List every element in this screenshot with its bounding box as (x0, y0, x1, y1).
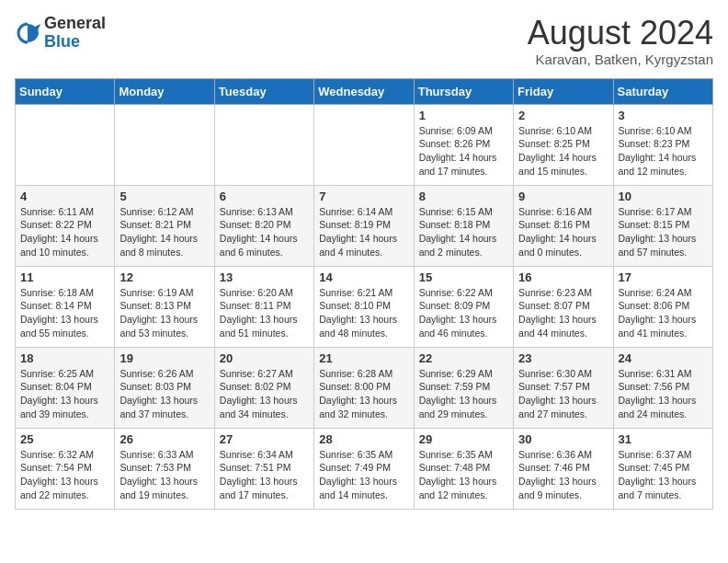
day-info: Sunrise: 6:25 AMSunset: 8:04 PMDaylight:… (20, 368, 98, 419)
day-info: Sunrise: 6:13 AMSunset: 8:20 PMDaylight:… (220, 206, 298, 258)
day-number: 19 (119, 351, 209, 365)
day-info: Sunrise: 6:27 AMSunset: 8:02 PMDaylight:… (220, 368, 298, 419)
day-info: Sunrise: 6:26 AMSunset: 8:03 PMDaylight:… (119, 368, 198, 419)
day-info: Sunrise: 6:34 AMSunset: 7:51 PMDaylight:… (220, 449, 298, 500)
calendar-header-day: Sunday (16, 78, 115, 104)
day-number: 1 (419, 109, 508, 122)
calendar-header-row: SundayMondayTuesdayWednesdayThursdayFrid… (16, 78, 713, 104)
day-info: Sunrise: 6:12 AMSunset: 8:21 PMDaylight:… (119, 206, 198, 258)
day-number: 31 (619, 432, 708, 446)
day-number: 2 (518, 109, 608, 122)
day-number: 13 (220, 270, 309, 284)
calendar-cell: 21 Sunrise: 6:28 AMSunset: 8:00 PMDaylig… (314, 347, 414, 428)
calendar-header-day: Wednesday (314, 78, 414, 104)
calendar-cell: 10 Sunrise: 6:17 AMSunset: 8:15 PMDaylig… (613, 185, 712, 266)
day-number: 11 (20, 270, 109, 284)
day-info: Sunrise: 6:18 AMSunset: 8:14 PMDaylight:… (20, 287, 98, 339)
calendar-cell: 17 Sunrise: 6:24 AMSunset: 8:06 PMDaylig… (613, 266, 712, 347)
day-info: Sunrise: 6:22 AMSunset: 8:09 PMDaylight:… (419, 287, 497, 339)
calendar-cell: 30 Sunrise: 6:36 AMSunset: 7:46 PMDaylig… (514, 428, 613, 509)
page-header: General Blue August 2024 Karavan, Batken… (15, 15, 713, 67)
day-number: 23 (518, 351, 608, 365)
title-section: August 2024 Karavan, Batken, Kyrgyzstan (528, 15, 713, 67)
day-info: Sunrise: 6:10 AMSunset: 8:25 PMDaylight:… (518, 125, 597, 177)
calendar-cell: 5 Sunrise: 6:12 AMSunset: 8:21 PMDayligh… (115, 185, 214, 266)
calendar-cell: 7 Sunrise: 6:14 AMSunset: 8:19 PMDayligh… (314, 185, 414, 266)
calendar-cell: 6 Sunrise: 6:13 AMSunset: 8:20 PMDayligh… (214, 185, 313, 266)
day-info: Sunrise: 6:15 AMSunset: 8:18 PMDaylight:… (419, 206, 497, 258)
calendar-cell: 4 Sunrise: 6:11 AMSunset: 8:22 PMDayligh… (16, 185, 115, 266)
day-number: 26 (119, 432, 209, 446)
day-info: Sunrise: 6:24 AMSunset: 8:06 PMDaylight:… (619, 287, 697, 339)
calendar-week-row: 4 Sunrise: 6:11 AMSunset: 8:22 PMDayligh… (16, 185, 713, 266)
day-info: Sunrise: 6:10 AMSunset: 8:23 PMDaylight:… (619, 125, 697, 177)
day-info: Sunrise: 6:36 AMSunset: 7:46 PMDaylight:… (518, 449, 597, 500)
calendar-cell: 14 Sunrise: 6:21 AMSunset: 8:10 PMDaylig… (314, 266, 414, 347)
location: Karavan, Batken, Kyrgyzstan (528, 52, 713, 67)
calendar-cell: 3 Sunrise: 6:10 AMSunset: 8:23 PMDayligh… (613, 104, 712, 185)
calendar-cell (314, 104, 414, 185)
calendar-cell: 12 Sunrise: 6:19 AMSunset: 8:13 PMDaylig… (115, 266, 214, 347)
day-number: 20 (220, 351, 309, 365)
day-number: 6 (220, 190, 309, 203)
day-info: Sunrise: 6:17 AMSunset: 8:15 PMDaylight:… (619, 206, 697, 258)
day-number: 29 (419, 432, 508, 446)
calendar-cell (214, 104, 313, 185)
calendar-table: SundayMondayTuesdayWednesdayThursdayFrid… (15, 78, 713, 510)
day-number: 9 (518, 190, 608, 203)
logo-blue: Blue (44, 33, 106, 52)
logo-general: General (44, 15, 106, 33)
calendar-cell: 18 Sunrise: 6:25 AMSunset: 8:04 PMDaylig… (16, 347, 115, 428)
day-info: Sunrise: 6:09 AMSunset: 8:26 PMDaylight:… (419, 125, 497, 177)
day-info: Sunrise: 6:16 AMSunset: 8:16 PMDaylight:… (518, 206, 597, 258)
day-number: 16 (518, 270, 608, 284)
day-info: Sunrise: 6:14 AMSunset: 8:19 PMDaylight:… (319, 206, 397, 258)
day-info: Sunrise: 6:11 AMSunset: 8:22 PMDaylight:… (20, 206, 98, 258)
calendar-cell: 19 Sunrise: 6:26 AMSunset: 8:03 PMDaylig… (115, 347, 214, 428)
day-number: 4 (20, 190, 109, 203)
day-number: 17 (619, 270, 708, 284)
calendar-cell: 8 Sunrise: 6:15 AMSunset: 8:18 PMDayligh… (414, 185, 513, 266)
day-info: Sunrise: 6:31 AMSunset: 7:56 PMDaylight:… (619, 368, 697, 419)
logo-text: General Blue (44, 15, 106, 52)
day-info: Sunrise: 6:35 AMSunset: 7:48 PMDaylight:… (419, 449, 497, 500)
logo-icon (15, 20, 40, 46)
calendar-cell: 23 Sunrise: 6:30 AMSunset: 7:57 PMDaylig… (514, 347, 613, 428)
calendar-cell: 9 Sunrise: 6:16 AMSunset: 8:16 PMDayligh… (514, 185, 613, 266)
day-number: 27 (220, 432, 309, 446)
day-number: 8 (419, 190, 508, 203)
calendar-week-row: 18 Sunrise: 6:25 AMSunset: 8:04 PMDaylig… (16, 347, 713, 428)
day-number: 10 (619, 190, 708, 203)
calendar-cell: 25 Sunrise: 6:32 AMSunset: 7:54 PMDaylig… (16, 428, 115, 509)
day-info: Sunrise: 6:32 AMSunset: 7:54 PMDaylight:… (20, 449, 98, 500)
day-info: Sunrise: 6:23 AMSunset: 8:07 PMDaylight:… (518, 287, 597, 339)
day-info: Sunrise: 6:33 AMSunset: 7:53 PMDaylight:… (119, 449, 198, 500)
day-number: 22 (419, 351, 508, 365)
calendar-cell: 22 Sunrise: 6:29 AMSunset: 7:59 PMDaylig… (414, 347, 513, 428)
day-info: Sunrise: 6:30 AMSunset: 7:57 PMDaylight:… (518, 368, 597, 419)
month-title: August 2024 (528, 15, 713, 52)
calendar-cell: 29 Sunrise: 6:35 AMSunset: 7:48 PMDaylig… (414, 428, 513, 509)
day-number: 5 (119, 190, 209, 203)
calendar-cell: 26 Sunrise: 6:33 AMSunset: 7:53 PMDaylig… (115, 428, 214, 509)
day-info: Sunrise: 6:35 AMSunset: 7:49 PMDaylight:… (319, 449, 397, 500)
calendar-header-day: Saturday (613, 78, 712, 104)
logo: General Blue (15, 15, 106, 52)
day-info: Sunrise: 6:20 AMSunset: 8:11 PMDaylight:… (220, 287, 298, 339)
calendar-week-row: 11 Sunrise: 6:18 AMSunset: 8:14 PMDaylig… (16, 266, 713, 347)
calendar-header-day: Thursday (414, 78, 513, 104)
day-number: 25 (20, 432, 109, 446)
day-info: Sunrise: 6:29 AMSunset: 7:59 PMDaylight:… (419, 368, 497, 419)
calendar-cell: 16 Sunrise: 6:23 AMSunset: 8:07 PMDaylig… (514, 266, 613, 347)
calendar-cell: 11 Sunrise: 6:18 AMSunset: 8:14 PMDaylig… (16, 266, 115, 347)
calendar-week-row: 1 Sunrise: 6:09 AMSunset: 8:26 PMDayligh… (16, 104, 713, 185)
calendar-cell: 20 Sunrise: 6:27 AMSunset: 8:02 PMDaylig… (214, 347, 313, 428)
day-number: 18 (20, 351, 109, 365)
calendar-cell: 1 Sunrise: 6:09 AMSunset: 8:26 PMDayligh… (414, 104, 513, 185)
day-info: Sunrise: 6:28 AMSunset: 8:00 PMDaylight:… (319, 368, 397, 419)
calendar-cell: 13 Sunrise: 6:20 AMSunset: 8:11 PMDaylig… (214, 266, 313, 347)
day-info: Sunrise: 6:21 AMSunset: 8:10 PMDaylight:… (319, 287, 397, 339)
day-info: Sunrise: 6:37 AMSunset: 7:45 PMDaylight:… (619, 449, 697, 500)
calendar-cell: 27 Sunrise: 6:34 AMSunset: 7:51 PMDaylig… (214, 428, 313, 509)
day-number: 3 (619, 109, 708, 122)
